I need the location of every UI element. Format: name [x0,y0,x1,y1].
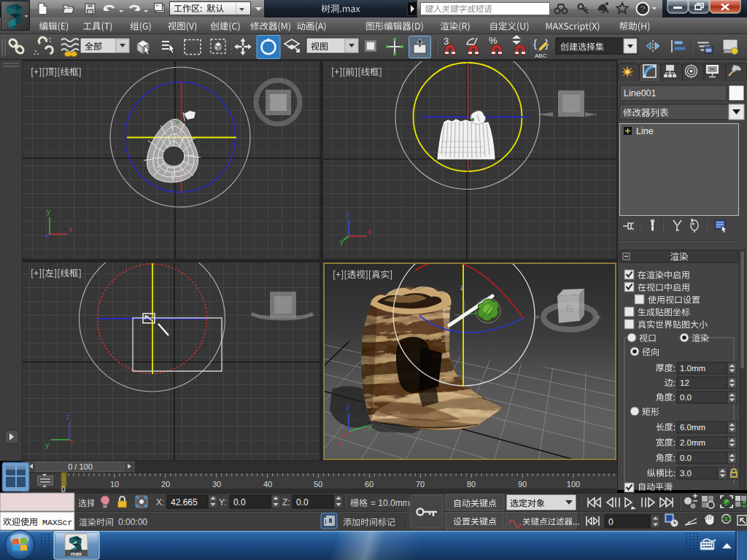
svg-text:ABC: ABC [535,52,547,59]
svg-text:x: x [338,439,342,447]
svg-text:2.0mm: 2.0mm [680,438,705,447]
svg-text:40: 40 [263,480,272,489]
svg-text:max: max [71,551,82,557]
svg-text:60: 60 [365,480,374,489]
svg-text:= 10.0mm: = 10.0mm [371,498,410,508]
svg-text:80: 80 [467,480,476,489]
svg-text:10: 10 [110,480,119,489]
svg-text:z: z [460,284,464,292]
svg-text:0:00:00: 0:00:00 [118,517,147,527]
svg-text:90: 90 [518,480,527,489]
svg-text:y: y [45,441,49,449]
svg-text:Line001: Line001 [624,88,657,98]
svg-text:70: 70 [416,480,425,489]
svg-text:y: y [340,238,344,246]
svg-text:z: z [346,210,349,218]
svg-text:X:: X: [156,497,164,508]
svg-text:42.665: 42.665 [171,497,198,508]
svg-text:6.0mm: 6.0mm [680,423,705,432]
svg-text:3: 3 [444,36,449,47]
svg-text:Y:: Y: [219,497,227,508]
svg-text:0: 0 [608,517,614,527]
svg-text:0.0: 0.0 [233,497,246,508]
svg-text:x: x [69,225,72,233]
svg-text:0.0: 0.0 [296,497,309,508]
svg-text:0 / 100: 0 / 100 [68,462,93,471]
svg-text:y: y [368,422,372,430]
svg-text:x: x [368,228,371,236]
svg-text:z: z [346,403,349,411]
svg-text:0.0: 0.0 [680,393,692,402]
svg-text:z: z [66,413,70,421]
svg-text:%: % [489,35,498,46]
svg-text:30: 30 [212,480,221,489]
svg-text:?: ? [640,4,646,15]
svg-text:Line: Line [636,126,654,136]
svg-text:{: { [533,37,537,50]
svg-text:MAXScr: MAXScr [42,518,72,527]
svg-text:y: y [47,208,50,216]
svg-text:1.0mm: 1.0mm [680,364,705,373]
svg-text:20: 20 [161,480,170,489]
svg-text:12: 12 [680,378,689,387]
svg-text:Z:: Z: [282,497,290,508]
svg-text:50: 50 [314,480,322,489]
svg-text:100: 100 [567,480,580,489]
